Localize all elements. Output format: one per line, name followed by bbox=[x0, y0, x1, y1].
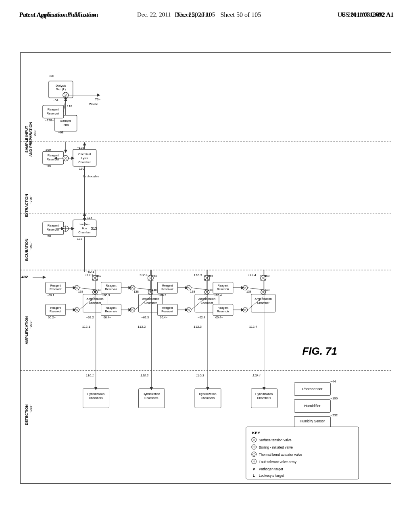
svg-text:466: 466 bbox=[208, 274, 213, 278]
svg-text:~291~: ~291~ bbox=[29, 241, 33, 250]
sheet-number: Sheet 50 of 105 bbox=[177, 11, 215, 18]
svg-text:112.4: 112.4 bbox=[249, 325, 258, 328]
svg-text:Chambers: Chambers bbox=[144, 396, 159, 400]
svg-text:Reagent: Reagent bbox=[162, 284, 173, 287]
svg-text:Amplification: Amplification bbox=[86, 297, 103, 301]
svg-text:Reservoir: Reservoir bbox=[47, 112, 60, 115]
svg-text:Humidity Sensor: Humidity Sensor bbox=[300, 419, 325, 423]
svg-text:Chamber: Chamber bbox=[89, 301, 101, 305]
svg-text:~44: ~44 bbox=[330, 380, 336, 383]
svg-marker-41 bbox=[97, 94, 100, 97]
svg-text:Amplification: Amplification bbox=[255, 297, 272, 301]
svg-text:60.4~: 60.4~ bbox=[215, 316, 223, 319]
svg-text:Reservoir: Reservoir bbox=[217, 288, 229, 291]
svg-text:140: 140 bbox=[265, 288, 269, 292]
diagram-container: SAMPLE INPUT AND PREPARATION ~288~ EXTRA… bbox=[20, 52, 391, 484]
svg-text:Humidifier: Humidifier bbox=[304, 404, 320, 408]
svg-text:60.2~: 60.2~ bbox=[48, 316, 56, 319]
svg-text:114: 114 bbox=[87, 216, 93, 220]
svg-text:FIG. 71: FIG. 71 bbox=[302, 345, 337, 357]
svg-text:Reagent: Reagent bbox=[106, 306, 116, 310]
svg-text:140: 140 bbox=[152, 288, 156, 292]
svg-text:60.4~: 60.4~ bbox=[104, 316, 112, 319]
svg-text:Chambers: Chambers bbox=[257, 396, 271, 400]
svg-text:112.2: 112.2 bbox=[138, 325, 146, 328]
svg-text:76~: 76~ bbox=[95, 98, 101, 101]
svg-text:~54: ~54 bbox=[53, 98, 58, 102]
svg-text:Inlet: Inlet bbox=[63, 123, 69, 127]
svg-text:Hybridization: Hybridization bbox=[255, 392, 273, 396]
svg-text:Reagent: Reagent bbox=[50, 306, 61, 310]
svg-text:Leukocyte target: Leukocyte target bbox=[259, 474, 284, 478]
svg-text:Reservoir: Reservoir bbox=[105, 310, 117, 313]
svg-text:Reservoir: Reservoir bbox=[50, 288, 62, 291]
svg-text:Dialysis: Dialysis bbox=[56, 84, 66, 87]
svg-text:Sample: Sample bbox=[60, 119, 71, 123]
svg-text:Pathogen target: Pathogen target bbox=[259, 467, 284, 471]
svg-text:464: 464 bbox=[152, 274, 156, 278]
sheet-number: Sheet 50 of 105 bbox=[220, 11, 261, 18]
svg-text:Fault tolerant valve array: Fault tolerant valve array bbox=[259, 460, 297, 464]
svg-text:Boiling - initiated valve: Boiling - initiated valve bbox=[259, 445, 293, 449]
svg-text:~68: ~68 bbox=[58, 131, 64, 134]
svg-text:140: 140 bbox=[208, 288, 213, 292]
svg-text:~60.3: ~60.3 bbox=[159, 293, 166, 297]
svg-text:Reservoir: Reservoir bbox=[50, 310, 62, 313]
svg-text:Surface tension valve: Surface tension valve bbox=[259, 438, 292, 442]
svg-text:Reagent: Reagent bbox=[48, 224, 59, 227]
svg-text:Reservoir: Reservoir bbox=[161, 310, 173, 313]
svg-text:132: 132 bbox=[77, 237, 83, 241]
svg-text:tion: tion bbox=[82, 227, 87, 230]
svg-text:Chemical: Chemical bbox=[78, 152, 91, 156]
svg-text:~62.1: ~62.1 bbox=[86, 270, 95, 274]
svg-text:138: 138 bbox=[246, 290, 251, 293]
svg-text:492: 492 bbox=[21, 274, 28, 279]
svg-text:Reservoir: Reservoir bbox=[47, 228, 60, 231]
svg-text:~58: ~58 bbox=[46, 234, 51, 238]
svg-text:~228~: ~228~ bbox=[45, 118, 54, 122]
svg-text:468: 468 bbox=[265, 274, 269, 278]
svg-text:112.2: 112.2 bbox=[139, 273, 148, 277]
svg-text:140: 140 bbox=[96, 288, 101, 292]
svg-text:Reservoir: Reservoir bbox=[105, 288, 117, 291]
svg-text:112.3: 112.3 bbox=[194, 273, 202, 277]
svg-text:~62.2: ~62.2 bbox=[86, 316, 94, 319]
svg-text:Reservoir: Reservoir bbox=[217, 310, 229, 313]
svg-text:Chamber: Chamber bbox=[201, 301, 213, 305]
svg-text:Reagent: Reagent bbox=[218, 306, 228, 310]
svg-text:112.1: 112.1 bbox=[82, 325, 91, 328]
svg-text:Lysis: Lysis bbox=[81, 156, 88, 160]
svg-marker-62 bbox=[83, 142, 86, 145]
svg-text:Chamber: Chamber bbox=[257, 301, 269, 305]
svg-text:~288~: ~288~ bbox=[33, 129, 37, 138]
svg-text:Amplification: Amplification bbox=[142, 297, 159, 301]
svg-text:112.4: 112.4 bbox=[248, 273, 257, 277]
svg-text:Reagent: Reagent bbox=[106, 284, 116, 287]
svg-text:Chambers: Chambers bbox=[201, 396, 215, 400]
svg-text:~60.1: ~60.1 bbox=[47, 293, 54, 297]
svg-text:Reservoir: Reservoir bbox=[161, 288, 173, 291]
publication-label: Patent Application Publication bbox=[19, 11, 96, 18]
svg-text:118: 118 bbox=[67, 104, 73, 108]
svg-text:Chambers: Chambers bbox=[89, 396, 103, 400]
svg-text:~56: ~56 bbox=[46, 164, 51, 168]
svg-text:110.1: 110.1 bbox=[86, 374, 94, 377]
svg-text:Reagent: Reagent bbox=[218, 284, 228, 287]
svg-text:Reservoir: Reservoir bbox=[47, 158, 60, 161]
svg-text:309: 309 bbox=[46, 148, 51, 152]
svg-text:112.3: 112.3 bbox=[194, 325, 202, 328]
svg-text:138: 138 bbox=[190, 290, 195, 293]
svg-text:328: 328 bbox=[49, 74, 54, 78]
svg-text:138: 138 bbox=[78, 290, 83, 293]
svg-text:Reagent: Reagent bbox=[162, 306, 173, 310]
svg-text:~60.4: ~60.4 bbox=[214, 293, 222, 297]
svg-text:Photosensor: Photosensor bbox=[302, 387, 322, 391]
svg-text:110.4: 110.4 bbox=[252, 374, 261, 377]
svg-text:~62.3: ~62.3 bbox=[141, 316, 149, 319]
svg-text:~290~: ~290~ bbox=[29, 195, 33, 204]
svg-text:Chamber: Chamber bbox=[78, 160, 91, 164]
svg-text:Hybridization: Hybridization bbox=[87, 392, 104, 396]
svg-text:110.2: 110.2 bbox=[140, 374, 149, 377]
svg-text:462: 462 bbox=[96, 274, 101, 278]
svg-text:Reagent: Reagent bbox=[50, 284, 61, 287]
